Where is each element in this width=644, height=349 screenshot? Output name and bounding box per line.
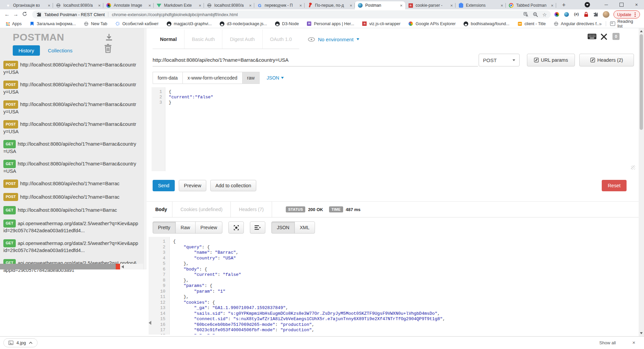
history-item[interactable]: GEThttp://localhost:8080/api/echo/1?name… [3,140,138,155]
view-tab-pretty[interactable]: Pretty [153,221,176,234]
chevron-up-icon[interactable] [29,342,33,344]
resize-grip[interactable] [631,165,635,170]
bookmark-item[interactable]: nviz.js-cli-wrapper [362,21,400,27]
browser-tab[interactable]: localhost:8080/a× [53,1,103,9]
body-format-select[interactable]: JSON [267,75,284,81]
minimize-icon[interactable]: ─ [599,0,614,9]
format-tab-xml[interactable]: XML [294,221,315,234]
settings-tools-icon[interactable] [601,34,607,41]
browser-tab[interactable]: Gпереводчик - П× [254,1,305,9]
tab-close-icon[interactable]: × [249,3,252,8]
request-body-editor[interactable]: 1{2"current":"false"3} [152,87,639,171]
trash-icon[interactable] [104,44,112,54]
tab-close-icon[interactable]: × [500,3,503,8]
browser-tab[interactable]: Postman× [355,1,405,9]
bookmark-item[interactable]: D3-Node [275,21,299,27]
tab-close-icon[interactable]: × [98,3,101,8]
bookmark-item[interactable]: Apps [5,21,22,27]
forward-icon[interactable]: → [11,11,20,17]
download-item[interactable]: 4.jpg [3,338,38,347]
download-icon[interactable] [105,33,113,43]
expand-response-button[interactable] [228,221,244,234]
tab-close-icon[interactable]: × [350,3,352,8]
browser-tab[interactable]: localhost:8080/a× [204,1,254,9]
reload-icon[interactable] [20,11,29,18]
search-tabs-icon[interactable] [585,2,590,7]
preview-button[interactable]: Preview [179,180,206,191]
tab-close-icon[interactable]: × [450,3,453,8]
scroll-left-icon[interactable] [121,265,124,268]
restore-icon[interactable] [614,0,629,9]
response-tab-cookies-undefined-[interactable]: Cookies (undefined) [172,202,231,217]
zoom-icon[interactable] [533,12,538,17]
scroll-down-icon[interactable] [640,332,643,334]
translate-icon[interactable] [524,12,529,17]
address-bar[interactable]: Tabbed Postman - REST Client chrome-exte… [32,10,551,18]
bookmark-item[interactable]: Особистий кабінет [115,21,159,27]
history-item[interactable]: GEThttp://localhost:8080/api/echo/1?name… [3,206,138,214]
collapse-lines-button[interactable] [250,221,265,234]
browser-tab[interactable]: ♥Організація вз× [3,1,53,9]
bookmark-item[interactable]: client - Title [517,21,546,27]
tab-close-icon[interactable]: × [551,3,553,8]
add-to-collection-button[interactable]: Add to collection [210,180,256,191]
bookmark-item[interactable]: HPersonal apps | Her... [307,21,354,27]
history-item[interactable]: POSThttp://localhost:8080/api/echo/1?nam… [3,61,138,76]
tab-close-icon[interactable]: × [400,3,402,8]
response-tab-headers-7-[interactable]: Headers (7) [230,202,272,217]
reset-button[interactable]: Reset [602,180,627,191]
sidebar-vertical-scrollbar[interactable] [143,28,147,269]
scrollbar-thumb[interactable] [0,264,116,269]
show-all-button[interactable]: Show all [599,340,616,345]
extensions-puzzle-icon[interactable] [593,12,598,17]
history-item[interactable]: POSThttp://localhost:8080/api/echo/1?nam… [3,120,138,135]
bookmark-item[interactable]: Angular directives f... [553,21,599,27]
headers-button[interactable]: Headers (2) [579,54,634,66]
bookmark-item[interactable]: Загальна інформа... [30,21,76,27]
history-tab[interactable]: History [13,45,40,56]
json-viewer-extension-icon[interactable]: {#} [574,12,579,17]
lock-extension-icon[interactable] [583,12,589,17]
send-button[interactable]: Send [153,180,175,191]
postman-extension-icon[interactable] [564,12,569,17]
history-item[interactable]: GETapi.openweathermap.org/data/2.5/weath… [3,219,138,234]
browser-tab[interactable]: Annotate Image× [103,1,154,9]
reading-list-button[interactable]: Reading list [610,19,639,29]
browser-tab[interactable]: ncookie-parser -× [405,1,455,9]
body-tab-x-www-form-urlencoded[interactable]: x-www-form-urlencoded [182,72,243,84]
history-item[interactable]: POSThttp://localhost:8080/api/echo/1?nam… [3,100,138,115]
bookmark-item[interactable]: New Tab [84,21,107,27]
auth-tab-digest-auth[interactable]: Digest Auth [222,30,262,49]
history-item[interactable]: POSThttp://localhost:8080/api/echo/1?nam… [3,193,138,201]
format-tab-json[interactable]: JSON [271,221,294,234]
response-tab-body[interactable]: Body [153,202,172,217]
url-params-button[interactable]: URL params [527,54,575,66]
view-tab-preview[interactable]: Preview [195,221,223,234]
bookmarks-overflow-icon[interactable]: » [599,21,602,27]
tab-close-icon[interactable]: × [199,3,201,8]
back-icon[interactable]: ← [3,11,11,17]
auth-tab-oauth-1-0[interactable]: OAuth 1.0 [262,30,299,49]
browser-tab[interactable]: Extensions× [455,1,506,9]
bookmark-star-icon[interactable]: ☆ [542,12,547,17]
url-input[interactable]: http://localhost:8080/api/echo/1?name=Ba… [153,54,478,66]
scroll-left-icon[interactable] [149,321,151,325]
bookmark-item[interactable]: magjac/d3-graphvi... [166,21,212,27]
browser-tab[interactable]: По-перше, по-д× [305,1,355,9]
history-item[interactable]: POSThttp://localhost:8080/api/echo/1?nam… [3,81,138,95]
scrollbar-thumb[interactable] [640,34,643,130]
view-tab-raw[interactable]: Raw [175,221,196,234]
scroll-up-icon[interactable] [640,30,643,32]
close-icon[interactable]: × [629,0,644,9]
bookmark-item[interactable]: Google APIs Explorer [408,21,456,27]
tab-close-icon[interactable]: × [48,3,50,8]
tab-close-icon[interactable]: × [148,3,151,8]
chrome-menu-icon[interactable] [635,14,636,15]
new-tab-button[interactable]: + [559,1,568,9]
history-item[interactable]: POSThttp://localhost:8080/api/echo/1?nam… [3,180,138,188]
history-item[interactable]: GEThttp://localhost:8080/api/echo/1?name… [3,160,138,174]
body-tab-form-data[interactable]: form-data [153,72,183,84]
tab-close-icon[interactable]: × [299,3,302,8]
keyboard-shortcuts-icon[interactable] [588,34,596,41]
annotate-extension-icon[interactable] [554,12,559,17]
